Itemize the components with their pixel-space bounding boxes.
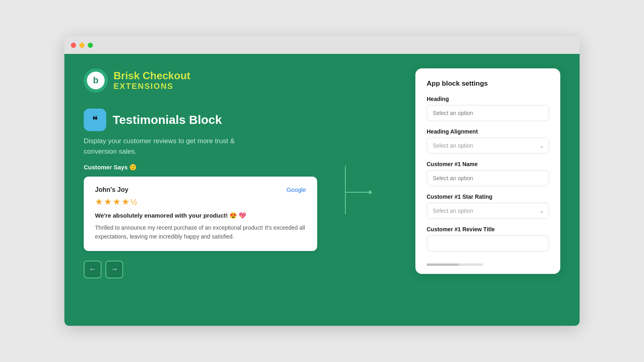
settings-panel: App block settings Heading Heading Align… [415, 68, 560, 274]
star-rating-select[interactable]: Select an option [427, 203, 549, 219]
review-title-label: Customer #1 Review Title [427, 226, 549, 232]
settings-title: App block settings [427, 80, 549, 88]
testimonials-header: ❝ Testimonials Block [84, 109, 359, 131]
review-card: John's Joy Google ★★★★½ We're absolutely… [84, 177, 317, 251]
traffic-light-green[interactable] [88, 43, 93, 48]
customer-name-input[interactable] [427, 170, 549, 186]
logo-letter: b [93, 75, 98, 86]
logo-subtitle: EXTENSIONS [114, 81, 190, 91]
star-rating-wrapper: Select an option ⌄ [427, 203, 549, 219]
quote-icon: ❝ [84, 109, 106, 131]
quote-symbol: ❝ [92, 114, 98, 126]
testimonials-desc: Display your customer reviews to get mor… [84, 136, 359, 156]
review-card-header: John's Joy Google [95, 186, 306, 193]
heading-alignment-wrapper: Select an option ⌄ [427, 138, 549, 154]
star-rating: ★★★★½ [95, 197, 306, 207]
main-content: b Brisk Checkout EXTENSIONS ❝ Testimonia… [64, 54, 580, 326]
field-heading: Heading [427, 96, 549, 121]
review-headline: We're absolutely enamored with your prod… [95, 212, 306, 219]
field-star-rating: Customer #1 Star Rating Select an option… [427, 193, 549, 219]
heading-label: Heading [427, 96, 549, 102]
nav-arrows: ← → [84, 261, 359, 278]
testimonials-title: Testimonials Block [113, 113, 222, 127]
logo-title: Brisk Checkout [114, 70, 190, 82]
star-rating-label: Customer #1 Star Rating [427, 193, 549, 200]
scroll-indicator [427, 263, 483, 266]
traffic-light-yellow[interactable] [79, 43, 85, 48]
browser-window: b Brisk Checkout EXTENSIONS ❝ Testimonia… [64, 36, 580, 326]
logo-area: b Brisk Checkout EXTENSIONS [84, 68, 359, 93]
field-customer-name: Customer #1 Name [427, 161, 549, 186]
scroll-thumb [427, 263, 459, 266]
google-link[interactable]: Google [287, 186, 306, 193]
arrow-horizontal [345, 190, 372, 195]
next-button[interactable]: → [105, 261, 123, 278]
logo-text-area: Brisk Checkout EXTENSIONS [114, 70, 190, 91]
reviewer-name: John's Joy [95, 186, 128, 193]
customer-says-label: Customer Says 🙂 [84, 164, 359, 171]
full-stars: ★★★★ [95, 197, 130, 207]
half-star: ½ [130, 197, 138, 206]
logo-icon: b [84, 68, 108, 93]
field-heading-alignment: Heading Alignment Select an option ⌄ [427, 128, 549, 154]
logo-icon-inner: b [87, 72, 105, 89]
heading-alignment-select[interactable]: Select an option [427, 138, 549, 154]
prev-button[interactable]: ← [84, 261, 101, 278]
heading-input[interactable] [427, 105, 549, 121]
field-review-title: Customer #1 Review Title [427, 226, 549, 251]
traffic-light-red[interactable] [71, 43, 76, 48]
review-title-input[interactable] [427, 235, 549, 251]
review-body: Thrilled to announce my recent purchase … [95, 223, 306, 241]
browser-bar [64, 36, 580, 54]
customer-name-label: Customer #1 Name [427, 161, 549, 167]
heading-alignment-label: Heading Alignment [427, 128, 549, 135]
